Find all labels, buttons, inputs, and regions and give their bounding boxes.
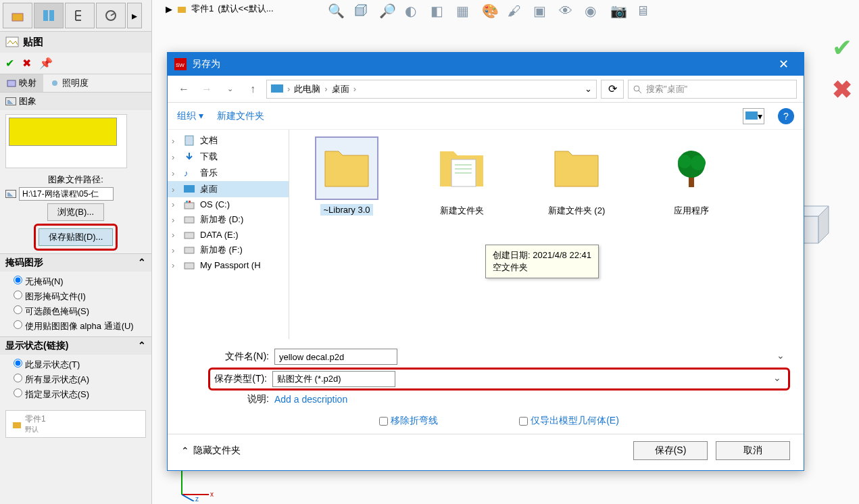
svg-rect-1 <box>43 10 48 21</box>
breadcrumb-arrow-icon[interactable]: ▶ <box>166 4 172 14</box>
mask-none[interactable]: 无掩码(N) <box>14 274 138 289</box>
svg-rect-27 <box>185 232 194 238</box>
ok-icon[interactable]: ✔ <box>5 57 14 70</box>
svg-rect-0 <box>12 14 23 21</box>
breadcrumb-sep-icon[interactable] <box>324 84 327 94</box>
address-bar[interactable]: 此电脑 桌面 ⌄ <box>266 80 597 99</box>
display-all-label: 所有显示状态(A) <box>25 374 89 384</box>
scene-icon[interactable]: 🎨 <box>482 3 498 19</box>
nav-back-icon[interactable]: ← <box>174 80 193 99</box>
organize-button[interactable]: 组织 ▾ <box>177 110 203 122</box>
tree-newf[interactable]: ›新加卷 (F:) <box>168 242 289 258</box>
view-cube-icon[interactable]: ▣ <box>533 3 549 19</box>
tab-mapping[interactable]: 映射 <box>0 74 43 92</box>
tree-datae[interactable]: ›DATA (E:) <box>168 228 289 242</box>
file-app[interactable]: 应用程序 <box>647 138 735 218</box>
breadcrumb-state[interactable]: (默认<<默认... <box>218 3 273 15</box>
tab-property-icon[interactable] <box>34 3 64 28</box>
breadcrumb-part[interactable]: 零件1 <box>191 3 214 15</box>
part-list-item[interactable]: 零件1 野认 <box>5 410 146 438</box>
svg-rect-7 <box>13 422 21 428</box>
crumb-pc[interactable]: 此电脑 <box>294 83 320 95</box>
tree-desktop[interactable]: ›桌面 <box>168 181 289 197</box>
visibility-icon[interactable]: 👁 <box>559 3 575 19</box>
tab-dimxpert-icon[interactable] <box>96 3 126 28</box>
mask-alpha[interactable]: 使用贴图图像 alpha 通道(U) <box>14 319 138 334</box>
search-box[interactable]: 搜索"桌面" <box>628 80 797 99</box>
display-specify[interactable]: 指定显示状态(S) <box>14 387 138 402</box>
remove-bends-checkbox[interactable]: 移除折弯线 <box>379 415 438 427</box>
mask-graphic[interactable]: 图形掩码文件(I) <box>14 289 138 304</box>
savetype-label: 保存类型(T): <box>212 373 267 385</box>
mask-color[interactable]: 可选颜色掩码(S) <box>14 304 138 319</box>
browse-button[interactable]: 浏览(B)... <box>47 203 104 221</box>
display-all[interactable]: 所有显示状态(A) <box>14 372 138 387</box>
svg-rect-28 <box>185 247 194 253</box>
image-section: 图象 <box>0 93 151 110</box>
save-decal-button[interactable]: 保存贴图(D)... <box>39 228 114 246</box>
file-library[interactable]: ~Library 3.0 <box>303 138 391 216</box>
tab-config-icon[interactable] <box>65 3 95 28</box>
mask-group-header[interactable]: 掩码图形⌃ <box>0 253 151 272</box>
nav-recent-icon[interactable]: ⌄ <box>220 80 239 99</box>
search-placeholder: 搜索"桌面" <box>646 83 687 95</box>
cancel-button[interactable]: 取消 <box>716 441 790 460</box>
display-this[interactable]: 此显示状态(T) <box>14 357 138 372</box>
close-button[interactable]: ✕ <box>770 57 797 72</box>
tree-osc[interactable]: ›OS (C:) <box>168 197 289 211</box>
file-folder1[interactable]: 新建文件夹 <box>418 138 506 218</box>
status-ok-icon[interactable]: ✔ <box>832 34 852 62</box>
refresh-button[interactable]: ⟳ <box>601 80 624 99</box>
tab-feature-icon[interactable] <box>3 3 32 28</box>
help-button[interactable]: ? <box>778 108 794 124</box>
display-group-header[interactable]: 显示状态(链接)⌃ <box>0 336 151 355</box>
part-icon <box>176 3 187 14</box>
status-cancel-icon[interactable]: ✖ <box>832 76 852 104</box>
section-icon[interactable]: ◧ <box>431 3 447 19</box>
cube-icon[interactable] <box>353 3 370 19</box>
svg-line-19 <box>639 91 641 93</box>
export-only-checkbox[interactable]: 仅导出模型几何体(E) <box>519 415 619 427</box>
tree-passport-label: My Passport (H <box>200 260 261 270</box>
breadcrumb-sep-icon[interactable] <box>287 84 290 94</box>
nav-forward-icon[interactable]: → <box>197 80 216 99</box>
pin-icon[interactable]: 📌 <box>39 57 53 70</box>
savetype-field[interactable] <box>272 371 395 387</box>
part-item-name: 零件1 <box>25 413 46 425</box>
svg-rect-4 <box>6 37 18 47</box>
tree-newd[interactable]: ›新加卷 (D:) <box>168 211 289 228</box>
add-description-link[interactable]: Add a description <box>274 394 347 405</box>
image-path-field[interactable] <box>19 187 114 201</box>
export-only-label: 仅导出模型几何体(E) <box>531 415 619 427</box>
nav-bar: ← → ⌄ ↑ 此电脑 桌面 ⌄ ⟳ 搜索"桌面" <box>168 76 804 103</box>
crumb-desktop[interactable]: 桌面 <box>332 83 349 95</box>
tree-docs[interactable]: ›文档 <box>168 132 289 149</box>
svg-line-13 <box>182 495 194 501</box>
tree-downloads[interactable]: ›下载 <box>168 149 289 165</box>
hide-folders-toggle[interactable]: ⌃ 隐藏文件夹 <box>181 445 241 457</box>
orbit-icon[interactable]: ◐ <box>405 3 421 19</box>
render-icon[interactable]: ◉ <box>585 3 601 19</box>
breadcrumb-sep-icon[interactable] <box>353 84 356 94</box>
appearance-icon[interactable]: 🖌 <box>508 3 524 19</box>
search-icon[interactable]: 🔎 <box>379 3 395 19</box>
zoom-fit-icon[interactable]: 🔍 <box>328 3 344 19</box>
tooltip-line2: 空文件夹 <box>493 261 591 274</box>
screen-icon[interactable]: 🖥 <box>636 3 652 19</box>
camera-icon[interactable]: 📷 <box>610 3 627 19</box>
tab-more-icon[interactable]: ▸ <box>127 3 142 28</box>
new-folder-button[interactable]: 新建文件夹 <box>217 110 264 122</box>
filename-field[interactable] <box>274 349 397 365</box>
view-mode-button[interactable]: ▾ <box>743 108 764 124</box>
tab-lighting[interactable]: 照明度 <box>43 74 95 92</box>
nav-up-icon[interactable]: ↑ <box>243 80 262 99</box>
folder-icon <box>316 138 377 199</box>
savetype-row-highlight: 保存类型(T): <box>208 368 790 390</box>
display-style-icon[interactable]: ▦ <box>456 3 472 19</box>
tree-music[interactable]: ›♪音乐 <box>168 165 289 181</box>
save-button[interactable]: 保存(S) <box>633 441 708 460</box>
file-folder2[interactable]: 新建文件夹 (2) <box>533 138 620 218</box>
cancel-icon[interactable]: ✖ <box>22 57 31 70</box>
tree-passport[interactable]: ›My Passport (H <box>168 258 289 272</box>
address-dropdown-icon[interactable]: ⌄ <box>585 84 592 94</box>
